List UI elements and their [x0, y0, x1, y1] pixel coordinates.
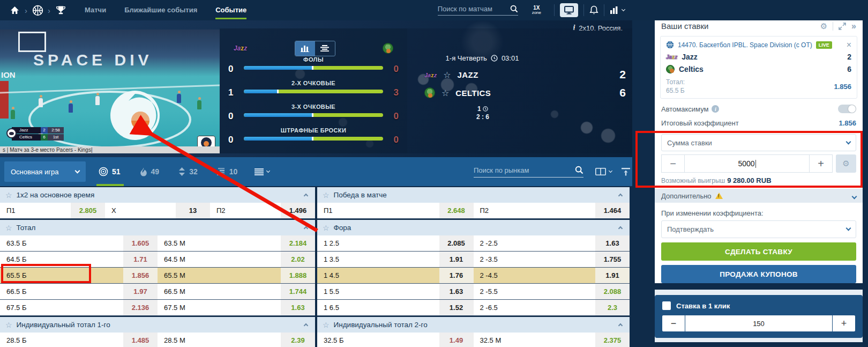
one-click-increase-button[interactable]: + [833, 315, 855, 331]
odd-button[interactable]: 2 -6.52.3 [474, 300, 630, 315]
bell-notifications-icon[interactable] [589, 5, 598, 15]
odd-button[interactable]: 1 5.51.63 [317, 284, 474, 299]
one-click-checkbox[interactable] [662, 301, 671, 310]
chevron-up-icon[interactable] [304, 323, 308, 328]
odd-button[interactable]: 63.5 Б1.605 [0, 235, 158, 251]
market-row: 28.5 Б1.48528.5 М2.39 [0, 333, 315, 347]
sum-increase-button[interactable]: + [809, 154, 833, 173]
odd-button[interactable]: 28.5 Б1.485 [0, 333, 158, 347]
favorite-star-icon[interactable]: ☆ [323, 321, 330, 329]
filter-popular-markets[interactable]: 49 [140, 157, 160, 186]
tab-event[interactable]: Событие [215, 0, 246, 20]
market-search-input[interactable]: Поиск по рынкам [474, 166, 583, 178]
betslip-settings-gear-icon[interactable]: ⚙ [820, 21, 827, 31]
home-icon[interactable] [9, 4, 20, 16]
chevron-up-icon[interactable] [304, 226, 308, 231]
live-video-player[interactable]: SPACE DIV ION Jazz 2 2: [0, 29, 220, 153]
match-search-input[interactable]: Поиск по матчам [438, 5, 518, 16]
odd-button[interactable]: 2 -4.51.91 [474, 268, 630, 283]
markets-menu-icon[interactable] [255, 168, 270, 175]
one-click-amount-input[interactable]: 150 [685, 315, 832, 331]
favorite-star-icon[interactable]: ☆ [5, 321, 12, 329]
remove-bet-icon[interactable]: × [847, 42, 851, 48]
odd-button[interactable]: 67.5 Б2.136 [0, 300, 158, 315]
market-group-dropdown[interactable]: Основная игра [4, 161, 86, 182]
bet-team-row: Celtics 6 [666, 65, 851, 73]
stats-bars-view-button[interactable] [295, 41, 315, 56]
odd-name: 2 -6.5 [474, 300, 596, 315]
stat-bar [244, 66, 383, 70]
one-click-decrease-button[interactable]: − [662, 315, 685, 331]
odd-button[interactable]: 28.5 М2.39 [158, 333, 315, 347]
odd-button[interactable]: 66.5 Б1.97 [0, 284, 158, 299]
odd-button[interactable]: 65.5 М1.888 [158, 268, 315, 283]
market-section-header[interactable]: ☆Индивидуальный тотал 1-го [0, 317, 315, 333]
chevron-up-icon[interactable] [304, 194, 308, 198]
collapse-all-icon[interactable] [622, 168, 630, 176]
sum-decrease-button[interactable]: − [661, 154, 685, 173]
stats-lines-view-button[interactable] [315, 41, 335, 56]
market-section-header[interactable]: ☆Тотал [0, 220, 315, 235]
info-icon[interactable]: i [712, 105, 719, 113]
odd-button[interactable]: 1 2.52.085 [317, 235, 474, 251]
sum-settings-gear-icon[interactable]: ⚙ [836, 154, 856, 173]
odd-button[interactable]: 65.5 Б1.856 [0, 268, 158, 283]
favorite-star-icon[interactable]: ☆ [443, 70, 451, 80]
chevron-up-icon[interactable] [618, 194, 623, 198]
collapse-panel-icon[interactable]: » [851, 21, 856, 31]
odd-button[interactable]: 1 3.51.91 [317, 252, 474, 267]
odd-button[interactable]: П12.805 [0, 203, 105, 218]
basketball-sport-icon[interactable] [32, 4, 43, 16]
odd-button[interactable]: 2 -3.51.755 [474, 252, 630, 267]
market-section-header[interactable]: ☆Индивидуальный тотал 2-го [317, 317, 630, 333]
odd-button[interactable]: 64.5 Б1.71 [0, 252, 158, 267]
odd-button[interactable]: 64.5 М2.02 [158, 252, 315, 267]
search-icon[interactable] [510, 5, 518, 13]
chevron-up-icon[interactable] [618, 323, 623, 328]
onexzone-icon[interactable]: 1X zone [532, 5, 541, 15]
tab-upcoming-events[interactable]: Ближайшие события [124, 0, 197, 20]
bet-sum-input[interactable]: 5000 [685, 154, 809, 173]
odd-button[interactable]: 2 -5.52.088 [474, 284, 630, 299]
market-section-header[interactable]: ☆1х2 на основное время [0, 187, 315, 203]
favorite-star-icon[interactable]: ☆ [323, 224, 330, 232]
odd-button[interactable]: 1 4.51.76 [317, 268, 474, 283]
market-section-header[interactable]: ☆Фора [317, 220, 630, 235]
bet-sum-dropdown[interactable]: Сумма ставки [661, 134, 856, 151]
market-section-header[interactable]: ☆Победа в матче [317, 187, 630, 203]
stream-monitor-icon[interactable] [560, 3, 578, 17]
odd-button[interactable]: П21.464 [474, 203, 630, 218]
favorite-star-icon[interactable]: ☆ [323, 191, 330, 200]
odd-button[interactable]: П21.496 [210, 203, 315, 218]
odd-button[interactable]: 63.5 М2.184 [158, 235, 315, 251]
odd-button[interactable]: Х13 [105, 203, 210, 218]
tab-matches[interactable]: Матчи [85, 0, 106, 20]
automax-toggle[interactable] [838, 105, 856, 113]
trophy-icon[interactable] [55, 4, 66, 16]
favorite-star-icon[interactable]: ☆ [442, 88, 449, 98]
odd-button[interactable]: 32.5 Б1.49 [317, 333, 474, 347]
favorite-star-icon[interactable]: ☆ [5, 224, 12, 232]
statistics-chart-icon[interactable] [610, 6, 625, 14]
filter-totals-markets[interactable]: 10 [217, 157, 238, 186]
favorite-star-icon[interactable]: ☆ [5, 191, 12, 200]
additional-options-bar[interactable]: Дополнительно [655, 189, 863, 203]
place-bet-button[interactable]: СДЕЛАТЬ СТАВКУ [661, 242, 856, 261]
odd-button[interactable]: 2 -2.51.63 [474, 235, 630, 251]
bet-team-row: Jazz Jazz 2 [666, 53, 851, 61]
odd-button[interactable]: 66.5 М1.744 [158, 284, 315, 299]
sell-coupons-button[interactable]: ПРОДАЖА КУПОНОВ [661, 265, 856, 283]
coef-change-select[interactable]: Подтверждать [661, 220, 856, 238]
filter-all-markets[interactable]: 51 [99, 157, 121, 186]
odd-button[interactable]: 1 6.51.52 [317, 300, 474, 315]
chevron-up-icon[interactable] [618, 226, 623, 231]
columns-layout-icon[interactable] [595, 168, 612, 175]
odd-button[interactable]: 67.5 М1.63 [158, 300, 315, 315]
match-statistics-panel: Jazz ФОЛЫ002-Х ОЧКОВЫЕ133-Х ОЧКОВЫЕ00ШТР… [220, 28, 407, 153]
bet-event-title[interactable]: 14470. Баскетбол IPBL. Space Division (с… [678, 41, 812, 49]
odd-button[interactable]: П12.648 [317, 203, 474, 218]
filter-handicaps-markets[interactable]: 32 [178, 157, 198, 186]
search-icon[interactable] [575, 166, 583, 174]
expand-icon[interactable] [839, 23, 846, 30]
odd-button[interactable]: 32.5 М2.375 [474, 333, 630, 347]
